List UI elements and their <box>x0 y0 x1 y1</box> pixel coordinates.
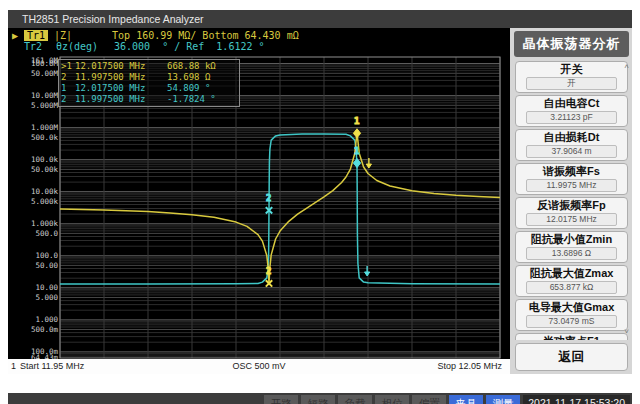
back-button[interactable]: 返回 <box>515 343 628 371</box>
y-axis-label: 100.0 <box>35 251 58 260</box>
osc-level-label[interactable]: OSC 500 mV <box>8 359 510 374</box>
softkey-button[interactable]: 自由损耗Dt37.9064 m <box>515 129 628 161</box>
softkey-value: 653.877 kΩ <box>526 281 617 294</box>
marker-value: 668.88 kΩ <box>167 61 239 72</box>
softkey-label: 反谐振频率Fp <box>518 199 625 212</box>
softkey-label: 自由损耗Dt <box>518 131 625 144</box>
softkey-label: 自由电容Ct <box>518 97 625 110</box>
marker-readout-row: >112.017500 MHz668.88 kΩ <box>61 61 239 72</box>
marker-value: -1.7824 ° <box>167 94 239 105</box>
marker-readout-row: 112.017500 MHz54.809 ° <box>61 83 239 94</box>
y-axis-label: 100.0M <box>31 59 59 68</box>
softkey-button[interactable]: 自由电容Ct3.21123 pF <box>515 95 628 127</box>
marker-value: 54.809 ° <box>167 83 239 94</box>
status-bar: 开路短路负载相位偏置夹具测量2021-11-17 15:53:20 <box>8 393 632 404</box>
marker-number-label: 2 <box>266 193 271 203</box>
trace-info: ▶Tr1|Z|Top 160.99 MΩ/ Bottom 64.430 mΩ T… <box>10 30 508 52</box>
softkey-button[interactable]: 阻抗最小值Zmin13.6896 Ω <box>515 231 628 263</box>
softkey-button[interactable]: 电导最大值Gmax73.0479 mS <box>515 299 628 331</box>
marker-number-label: 2 <box>266 266 271 276</box>
y-axis-label: 50.00k <box>31 165 59 174</box>
softkey-label: 谐振频率Fs <box>518 165 625 178</box>
main-area: 161.0M100.0M50.00M10.00M5.000M1.000M500.… <box>8 28 632 374</box>
marker-frequency: 12.017500 MHz <box>75 61 167 72</box>
status-button[interactable]: 夹具 <box>449 395 483 404</box>
softkey-value: 13.6896 Ω <box>526 247 617 260</box>
y-axis-label: 50.00M <box>31 69 59 78</box>
status-button[interactable]: 开路 <box>264 395 298 404</box>
active-trace-arrow-icon: ▶ <box>10 30 24 41</box>
softkey-label: 阻抗最大值Zmax <box>518 267 625 280</box>
softkey-button[interactable]: 半功率点F1 <box>515 333 628 340</box>
clock-display: 2021-11-17 15:53:20 <box>523 395 630 404</box>
marker-number: 1 <box>61 83 75 94</box>
analyzer-window: TH2851 Precision Impedance Analyzer 161.… <box>8 10 632 396</box>
softkey-button[interactable]: 反谐振频率Fp12.0175 MHz <box>515 197 628 229</box>
softkey-label: 半功率点F1 <box>518 335 625 340</box>
marker-number-label: 1 <box>354 146 359 156</box>
marker-frequency: 12.017500 MHz <box>75 83 167 94</box>
softkey-list: 开关开自由电容Ct3.21123 pF自由损耗Dt37.9064 m谐振频率Fs… <box>514 59 629 340</box>
y-axis-label: 5.000k <box>31 197 59 206</box>
status-button[interactable]: 测量 <box>486 395 520 404</box>
scroll-up-icon[interactable]: ˄ <box>624 63 629 71</box>
marker-frequency: 11.997500 MHz <box>75 72 167 83</box>
status-button[interactable]: 短路 <box>301 395 335 404</box>
stop-frequency-label[interactable]: Stop 12.05 MHz <box>437 359 502 374</box>
softkey-button[interactable]: 阻抗最大值Zmax653.877 kΩ <box>515 265 628 297</box>
marker-readout-row: 211.997500 MHz-1.7824 ° <box>61 94 239 105</box>
marker-number: 2 <box>61 94 75 105</box>
trace1-badge: Tr1 <box>24 30 48 41</box>
trace2-scale: 36.000 ° / Ref 1.6122 ° <box>114 41 265 52</box>
frequency-strip: 1 Start 11.95 MHz OSC 500 mV Stop 12.05 … <box>8 359 510 374</box>
status-button[interactable]: 负载 <box>338 395 372 404</box>
softkey-panel-title: 晶体振荡器分析 <box>514 31 629 57</box>
marker-readout-table: >112.017500 MHz668.88 kΩ211.997500 MHz13… <box>58 59 240 107</box>
y-axis-label: 500.0m <box>31 325 59 334</box>
y-axis-label: 10.00M <box>31 91 59 100</box>
y-axis-label: 10.00k <box>31 187 59 196</box>
trace-marker-diamond[interactable] <box>353 129 360 138</box>
trace2-info-row[interactable]: Tr2θz(deg)36.000 ° / Ref 1.6122 ° <box>10 41 508 52</box>
marker-number-label: 1 <box>354 116 359 126</box>
softkey-value: 11.9975 MHz <box>526 179 617 192</box>
trace2-parameter: θz(deg) <box>56 41 114 52</box>
y-axis-label: 1.000k <box>31 219 59 228</box>
y-axis-label: 500.0k <box>31 133 59 142</box>
trace1-scale: Top 160.99 MΩ/ Bottom 64.430 mΩ <box>112 30 299 41</box>
y-axis-label: 5.000M <box>31 101 59 110</box>
softkey-label: 电导最大值Gmax <box>518 301 625 314</box>
softkey-value: 开 <box>526 77 617 90</box>
trace1-info-row[interactable]: ▶Tr1|Z|Top 160.99 MΩ/ Bottom 64.430 mΩ <box>10 30 508 41</box>
y-axis-label: 10.00 <box>35 283 58 292</box>
softkey-button[interactable]: 开关开 <box>515 61 628 93</box>
measurement-screen: 161.0M100.0M50.00M10.00M5.000M1.000M500.… <box>8 28 510 374</box>
y-axis-label: 1.000M <box>31 123 59 132</box>
trace2-badge: Tr2 <box>24 41 50 52</box>
softkey-value: 12.0175 MHz <box>526 213 617 226</box>
marker-value: 13.698 Ω <box>167 72 239 83</box>
y-axis-label: 1.000 <box>35 315 58 324</box>
softkey-button[interactable]: 谐振频率Fs11.9975 MHz <box>515 163 628 195</box>
status-button[interactable]: 偏置 <box>412 395 446 404</box>
y-axis-label: 5.000 <box>35 293 58 302</box>
marker-number: 2 <box>61 72 75 83</box>
marker-number: >1 <box>61 61 75 72</box>
softkey-value: 73.0479 mS <box>526 315 617 328</box>
trace1-parameter: |Z| <box>54 30 112 41</box>
scroll-down-icon[interactable]: ˅ <box>624 328 629 336</box>
marker-frequency: 11.997500 MHz <box>75 94 167 105</box>
y-axis-label: 500.0 <box>35 229 58 238</box>
softkey-value: 3.21123 pF <box>526 111 617 124</box>
softkey-value: 37.9064 m <box>526 145 617 158</box>
softkey-panel: 晶体振荡器分析 开关开自由电容Ct3.21123 pF自由损耗Dt37.9064… <box>510 28 632 374</box>
softkey-label: 开关 <box>518 63 625 76</box>
status-button[interactable]: 相位 <box>375 395 409 404</box>
y-axis-label: 100.0k <box>31 155 59 164</box>
softkey-label: 阻抗最小值Zmin <box>518 233 625 246</box>
y-axis-label: 50.00 <box>35 261 58 270</box>
marker-readout-row: 211.997500 MHz13.698 Ω <box>61 72 239 83</box>
window-title: TH2851 Precision Impedance Analyzer <box>8 10 632 28</box>
